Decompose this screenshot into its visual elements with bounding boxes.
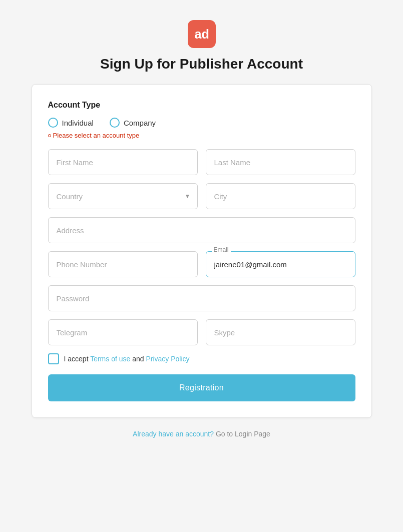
terms-checkbox[interactable] [48, 353, 59, 364]
company-radio-icon [110, 118, 120, 128]
city-input[interactable] [206, 183, 355, 209]
error-dot-icon [48, 134, 51, 137]
page-title: Sign Up for Publisher Account [100, 56, 303, 72]
svg-text:ad: ad [194, 27, 209, 41]
password-group [48, 285, 355, 311]
country-group: Country ▼ [48, 183, 198, 209]
address-row [48, 217, 355, 243]
first-name-input[interactable] [48, 149, 198, 175]
app-logo: ad [188, 20, 216, 48]
logo-container: ad [188, 20, 216, 48]
terms-prefix: I accept [64, 355, 91, 363]
form-card: Account Type Individual Company Please s… [32, 84, 372, 418]
page-wrapper: ad Sign Up for Publisher Account Account… [10, 10, 393, 438]
last-name-input[interactable] [206, 149, 355, 175]
email-floating-label: Email [212, 246, 231, 253]
account-type-row: Individual Company [48, 118, 355, 128]
footer-login-text: Already have an account? Go to Login Pag… [133, 430, 270, 438]
phone-group [48, 251, 198, 277]
already-have-account-link[interactable]: Already have an account? [133, 430, 214, 438]
telegram-input[interactable] [48, 319, 198, 345]
first-name-group [48, 149, 198, 175]
address-group [48, 217, 355, 243]
phone-input[interactable] [48, 251, 198, 277]
individual-radio-text: Individual [62, 119, 94, 127]
password-row [48, 285, 355, 311]
individual-radio-label[interactable]: Individual [48, 118, 94, 128]
password-input[interactable] [48, 285, 355, 311]
phone-email-row: Email [48, 251, 355, 277]
login-link-text: Go to Login Page [216, 430, 270, 438]
company-radio-label[interactable]: Company [110, 118, 156, 128]
last-name-group [206, 149, 355, 175]
register-button[interactable]: Registration [48, 374, 355, 401]
country-city-row: Country ▼ [48, 183, 355, 209]
address-input[interactable] [48, 217, 355, 243]
terms-link[interactable]: Terms of use [90, 355, 130, 363]
account-type-error: Please select an account type [48, 132, 355, 139]
individual-radio-icon [48, 118, 58, 128]
name-row [48, 149, 355, 175]
telegram-group [48, 319, 198, 345]
email-group: Email [206, 251, 355, 277]
terms-middle: and [130, 355, 146, 363]
privacy-link[interactable]: Privacy Policy [146, 355, 189, 363]
skype-input[interactable] [206, 319, 355, 345]
email-input[interactable] [206, 251, 355, 277]
terms-text: I accept Terms of use and Privacy Policy [64, 355, 190, 363]
company-radio-text: Company [124, 119, 156, 127]
terms-row: I accept Terms of use and Privacy Policy [48, 353, 355, 364]
country-select[interactable]: Country [48, 183, 198, 209]
skype-group [206, 319, 355, 345]
account-type-label: Account Type [48, 101, 355, 110]
telegram-skype-row [48, 319, 355, 345]
city-group [206, 183, 355, 209]
error-text: Please select an account type [53, 132, 140, 139]
